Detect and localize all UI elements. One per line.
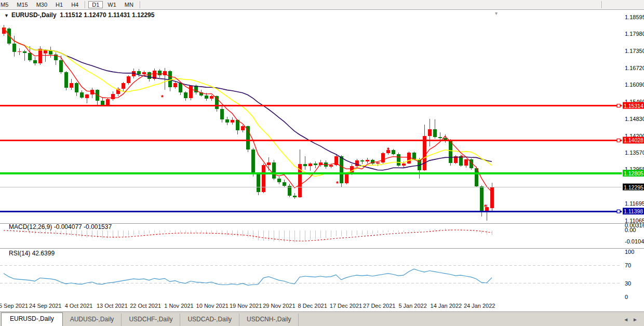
candle-body xyxy=(28,53,32,60)
candle-body xyxy=(194,86,198,92)
date-axis-label: 27 Dec 2021 xyxy=(363,303,395,309)
macd-indicator-label: MACD(12,26,9) -0.004077 -0.001537 xyxy=(9,223,112,230)
rsi-axis-tick: 70 xyxy=(625,262,631,268)
chart-tab-eurusd[interactable]: EURUSD-,Daily xyxy=(1,313,63,326)
candle-body xyxy=(376,162,380,164)
candle-body xyxy=(433,129,437,138)
toolbar-separator xyxy=(601,1,602,8)
timeframe-button-m30[interactable]: M30 xyxy=(33,1,51,8)
candle-body xyxy=(340,156,343,183)
chart-shift-marker-icon[interactable]: ▾ xyxy=(495,10,498,16)
timeframe-button-m15[interactable]: M15 xyxy=(13,1,31,8)
terminal-window: M5M15M30H1H4D1W1MN ▼EURUSD-,Daily 1.1151… xyxy=(0,0,644,326)
candle-body xyxy=(308,164,312,166)
candle-body xyxy=(111,94,115,99)
timeframe-toolbar: M5M15M30H1H4D1W1MN xyxy=(0,0,644,10)
candle-body xyxy=(314,164,317,165)
date-axis-label: 24 Jan 2022 xyxy=(464,303,495,309)
candle-body xyxy=(184,92,187,98)
rsi-axis-tick: 0 xyxy=(625,294,628,300)
candle-body xyxy=(366,160,369,161)
ohlc-values: 1.11512 1.12470 1.11431 1.12295 xyxy=(60,11,154,19)
candle-body xyxy=(257,174,260,192)
date-axis-label: 13 Oct 2021 xyxy=(97,303,128,309)
candle-body xyxy=(397,154,400,166)
chart-tab-usdcad[interactable]: USDCAD-,Daily xyxy=(180,314,239,326)
scroll-left-arrow[interactable]: ◄ xyxy=(623,317,633,322)
price-level-badge-label: 1.15314 xyxy=(624,103,643,109)
candle-body xyxy=(23,51,26,53)
timeframe-button-h4[interactable]: H4 xyxy=(68,1,82,8)
candle-body xyxy=(18,51,21,52)
candle-body xyxy=(225,119,229,122)
candle-body xyxy=(101,101,104,105)
price-axis-tick: 1.16090 xyxy=(625,82,644,88)
toolbar-separator xyxy=(85,1,86,8)
date-axis-label: 19 Nov 2021 xyxy=(230,303,262,309)
price-axis-tick: 1.18595 xyxy=(625,14,644,20)
date-axis-label: 8 Dec 2021 xyxy=(298,303,327,309)
date-axis-label: 24 Sep 2021 xyxy=(29,303,61,309)
candle-body xyxy=(189,86,193,98)
rsi-line xyxy=(4,269,492,285)
chart-tab-audusd[interactable]: AUDUSD-,Daily xyxy=(63,314,122,326)
candle-body xyxy=(33,60,37,63)
candle-body xyxy=(428,129,432,136)
candle-body xyxy=(44,50,47,54)
candle-body xyxy=(267,162,271,165)
candle-body xyxy=(303,164,307,166)
chart-canvas[interactable]: 1.185951.179801.173501.167201.160901.154… xyxy=(0,0,644,312)
candle-body xyxy=(127,76,130,83)
chevron-down-icon[interactable]: ▼ xyxy=(4,13,9,18)
price-axis-tick: 1.16720 xyxy=(625,65,644,71)
timeframe-button-d1[interactable]: D1 xyxy=(88,1,103,8)
candle-body xyxy=(64,72,68,88)
line-handle[interactable] xyxy=(617,104,620,107)
candle-body xyxy=(168,71,172,87)
candle-body xyxy=(360,160,364,161)
scroll-right-arrow[interactable]: ► xyxy=(633,317,642,322)
date-axis-label: 15 Sep 2021 xyxy=(0,303,28,309)
candle-body xyxy=(220,109,224,120)
date-axis-label: 29 Nov 2021 xyxy=(263,303,295,309)
candle-body xyxy=(251,150,255,174)
candle-body xyxy=(38,49,42,63)
candle-body xyxy=(381,153,385,162)
chart-tab-usdchf[interactable]: USDCHF-,Daily xyxy=(122,314,180,326)
date-axis-label: 22 Oct 2021 xyxy=(130,303,161,309)
line-handle[interactable] xyxy=(617,139,620,142)
candle-body xyxy=(329,165,333,167)
star-marker: * xyxy=(336,180,339,187)
candle-body xyxy=(241,126,245,130)
date-axis-label: 17 Dec 2021 xyxy=(330,303,362,309)
timeframe-button-h1[interactable]: H1 xyxy=(52,1,66,8)
star-marker: * xyxy=(161,93,164,101)
candle-body xyxy=(392,150,395,154)
timeframe-button-mn[interactable]: MN xyxy=(121,1,137,8)
chart-tab-usdcnh[interactable]: USDCNH-,Daily xyxy=(239,314,299,326)
candle-body xyxy=(70,83,73,88)
candle-body xyxy=(75,83,78,93)
candle-body xyxy=(272,162,276,179)
rsi-axis-tick: 30 xyxy=(625,280,631,287)
line-handle[interactable] xyxy=(617,210,620,213)
rsi-indicator-label: RSI(14) 42.6399 xyxy=(9,250,55,257)
candle-body xyxy=(137,71,141,74)
candle-body xyxy=(464,159,468,165)
candle-body xyxy=(80,92,84,97)
date-axis-label: 5 Jan 2022 xyxy=(398,303,426,309)
symbol-period-label: EURUSD-,Daily xyxy=(11,11,57,19)
candle-body xyxy=(438,137,442,138)
candle-body xyxy=(231,120,234,122)
candle-body xyxy=(85,94,89,98)
candle-body xyxy=(205,96,208,99)
ma-mid-line xyxy=(4,28,492,176)
candle-body xyxy=(283,182,286,186)
price-axis-tick: 1.11695 xyxy=(625,200,644,207)
price-level-badge-label: 1.11398 xyxy=(624,208,643,214)
price-level-badge-label: 1.14028 xyxy=(624,137,643,143)
candle-body xyxy=(490,187,494,209)
timeframe-button-m5[interactable]: M5 xyxy=(0,1,12,8)
price-level-badge-label: 1.12295 xyxy=(624,184,643,191)
timeframe-button-w1[interactable]: W1 xyxy=(104,1,120,8)
